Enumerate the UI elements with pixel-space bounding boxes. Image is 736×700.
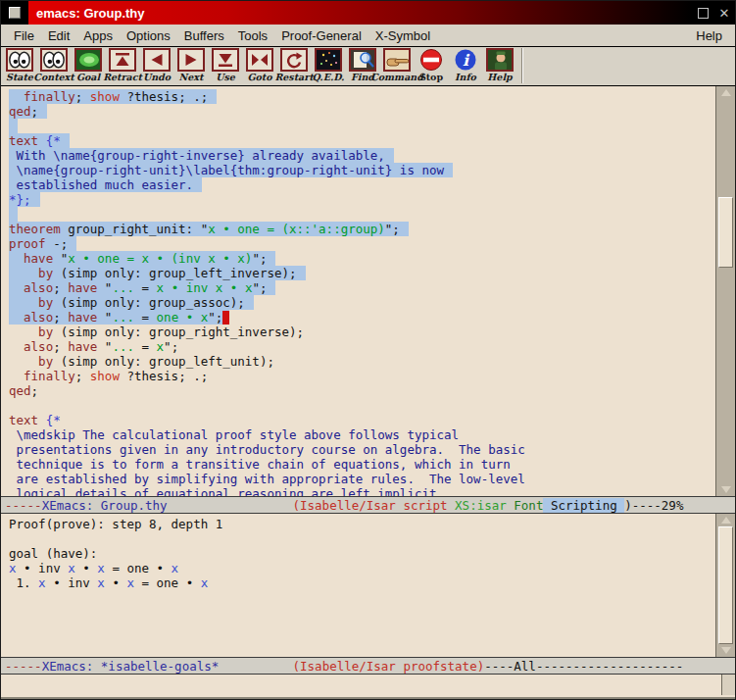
- goals-scroll-up-icon[interactable]: [716, 514, 735, 526]
- modeline-goals[interactable]: -----XEmacs: *isabelle-goals* (Isabelle/…: [1, 657, 735, 675]
- toolbar-label: Undo: [143, 72, 171, 83]
- goals-line: 1. x • inv x • x = one • x: [9, 575, 711, 590]
- help-icon: [486, 48, 514, 72]
- menu-item-help[interactable]: Help: [689, 26, 729, 45]
- goals-scroll-down-icon[interactable]: [716, 644, 735, 657]
- processed-region: also; have "... = x • inv x • x";: [9, 280, 275, 295]
- toolbar-button-info[interactable]: iInfo: [449, 48, 482, 83]
- processed-region: theorem group_right_unit: "x • one = (x:…: [9, 222, 409, 236]
- modeline-segment-dash: -----: [5, 659, 42, 674]
- window-menu-button[interactable]: [9, 7, 21, 19]
- menu-item-edit[interactable]: Edit: [41, 26, 76, 45]
- info-icon: i: [452, 48, 479, 72]
- modeline-segment-green: XS:isar: [448, 498, 507, 513]
- editor-line: by (simp only: group_assoc);: [9, 295, 711, 310]
- close-button[interactable]: ✕: [713, 2, 735, 24]
- highlight-strip: [9, 207, 18, 222]
- toolbar-label: Restart: [274, 72, 313, 83]
- command-hand-icon: [383, 48, 411, 72]
- modeline-segment-dgreen: Font: [507, 498, 544, 513]
- menu-item-buffers[interactable]: Buffers: [177, 26, 231, 45]
- next-icon: [177, 48, 205, 72]
- toolbar-button-stop[interactable]: Stop: [415, 48, 448, 83]
- editor-line: *};: [9, 192, 711, 207]
- toolbar-label: Retract: [103, 72, 142, 83]
- toolbar-button-retract[interactable]: Retract: [106, 48, 139, 83]
- toolbar-button-command[interactable]: Command: [380, 48, 414, 83]
- modeline-segment-red: (Isabelle/Isar script: [293, 498, 448, 513]
- modeline-segment-hl: Scripting: [543, 498, 624, 513]
- toolbar-label: Use: [216, 72, 235, 83]
- menu-item-apps[interactable]: Apps: [76, 26, 120, 45]
- close-icon: ✕: [719, 6, 730, 21]
- editor-line: presentations given in any introductory …: [9, 442, 711, 457]
- toolbar-label: Goal: [76, 72, 100, 83]
- toolbar-separator: [521, 48, 523, 83]
- undo-icon: [143, 48, 171, 72]
- toolbar-button-context[interactable]: Context: [37, 48, 71, 83]
- menu-item-file[interactable]: File: [7, 26, 41, 45]
- modeline-segment-plain: )----29%: [624, 498, 683, 513]
- editor-line: proof -;: [9, 236, 711, 251]
- goals-buffer[interactable]: Proof(prove): step 8, depth 1goal (have)…: [1, 514, 735, 657]
- goto-icon: [246, 48, 273, 72]
- goals-line: Proof(prove): step 8, depth 1: [9, 517, 711, 531]
- goals-scrollbar-thumb[interactable]: [718, 526, 733, 644]
- toolbar-button-use[interactable]: Use: [209, 48, 242, 83]
- xemacs-window: emacs: Group.thy ✕ FileEditAppsOptionsBu…: [0, 0, 736, 700]
- toolbar-label: Q.E.D.: [313, 72, 345, 83]
- editor-scrollbar[interactable]: [715, 86, 735, 496]
- eyes-icon: [40, 48, 68, 72]
- editor-line: With \name{group-right-inverse} already …: [9, 148, 711, 163]
- modeline-segment-plain: [168, 498, 293, 513]
- qed-fireworks-icon: [315, 48, 342, 72]
- toolbar-button-next[interactable]: Next: [174, 48, 208, 83]
- editor-line: qed;: [9, 104, 711, 119]
- editor-text[interactable]: finally; show ?thesis; .;qed;text {* Wit…: [1, 86, 735, 496]
- scroll-up-icon[interactable]: [716, 86, 735, 99]
- menu-item-options[interactable]: Options: [120, 26, 177, 45]
- editor-scrollbar-thumb[interactable]: [718, 197, 733, 268]
- processed-region: text {*: [9, 133, 70, 148]
- toolbar-button-undo[interactable]: Undo: [140, 48, 173, 83]
- processed-region: have "x • one = x • (inv x • x)";: [9, 251, 275, 266]
- toolbar-button-goal[interactable]: Goal: [72, 48, 105, 83]
- editor-line: finally; show ?thesis; .;: [9, 89, 711, 104]
- editor-line: technique is to form a transitive chain …: [9, 457, 711, 472]
- title-bar: emacs: Group.thy ✕: [1, 1, 735, 25]
- editor-line: finally; show ?thesis; .;: [9, 369, 711, 383]
- goal-image-icon: [74, 48, 102, 72]
- menu-item-proof-general[interactable]: Proof-General: [274, 26, 368, 45]
- toolbar-button-qed[interactable]: Q.E.D.: [312, 48, 345, 83]
- editor-line: text {*: [9, 413, 711, 427]
- toolbar-button-help[interactable]: Help: [483, 48, 516, 83]
- toolbar-button-state[interactable]: State: [3, 48, 36, 83]
- editor-line: also; have "... = x";: [9, 339, 711, 354]
- processed-region: qed;: [9, 104, 47, 119]
- editor-buffer-group-thy[interactable]: finally; show ?thesis; .;qed;text {* Wit…: [1, 86, 735, 496]
- stop-icon: [417, 48, 445, 72]
- toolbar-button-restart[interactable]: Restart: [277, 48, 311, 83]
- scroll-down-icon[interactable]: [716, 483, 735, 496]
- toolbar-label: State: [6, 72, 33, 83]
- editor-line: qed;: [9, 383, 711, 398]
- modeline-script[interactable]: -----XEmacs: Group.thy (Isabelle/Isar sc…: [1, 496, 735, 514]
- toolbar-label: Info: [455, 72, 476, 83]
- maximize-button[interactable]: [692, 2, 713, 24]
- editor-line: \medskip The calculational proof style a…: [9, 427, 711, 442]
- minibuffer[interactable]: [1, 675, 735, 699]
- editor-line: theorem group_right_unit: "x • one = (x:…: [9, 222, 711, 236]
- goals-scrollbar[interactable]: [715, 514, 735, 657]
- highlight-strip: [9, 119, 18, 133]
- menu-item-tools[interactable]: Tools: [231, 26, 274, 45]
- goals-line: x • inv x • x = one • x: [9, 561, 711, 575]
- minibuffer-scrollbar[interactable]: [721, 675, 735, 695]
- maximize-icon: [698, 8, 709, 19]
- text-cursor: [222, 311, 229, 325]
- editor-line: [9, 398, 711, 413]
- editor-line: [9, 207, 711, 222]
- menu-item-x-symbol[interactable]: X-Symbol: [368, 26, 437, 45]
- toolbar-button-goto[interactable]: Goto: [243, 48, 276, 83]
- modeline-segment-red: (Isabelle/Isar proofstate): [293, 659, 485, 674]
- toolbar-label: Help: [487, 72, 512, 83]
